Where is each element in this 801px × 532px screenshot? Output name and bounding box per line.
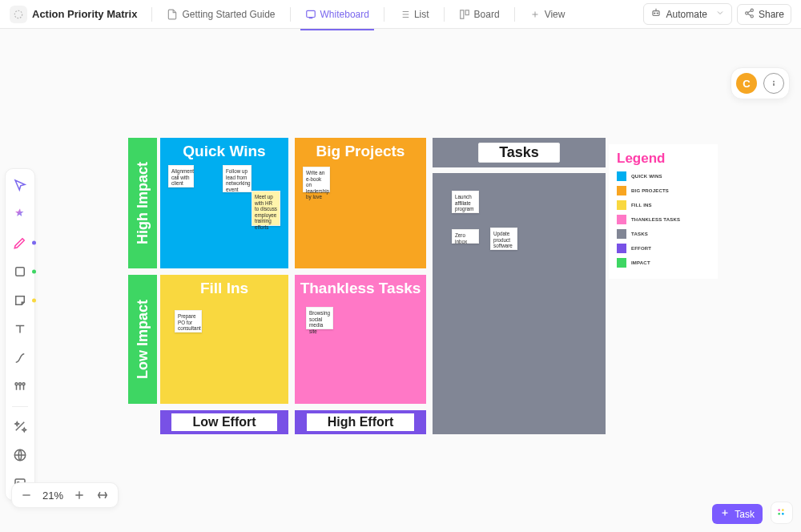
swatch bbox=[617, 200, 626, 210]
automate-label: Automate bbox=[666, 9, 707, 20]
pen-tool[interactable] bbox=[9, 232, 31, 254]
sticky-note[interactable]: Meet up with HR to discuss employee trai… bbox=[252, 191, 280, 226]
sticky-note[interactable]: Follow up lead from networking event bbox=[223, 165, 252, 192]
divider bbox=[444, 7, 445, 22]
fit-to-screen-button[interactable] bbox=[95, 488, 110, 502]
legend-item: FILL INS bbox=[617, 200, 710, 210]
nav-board[interactable]: Board bbox=[454, 6, 505, 23]
svg-point-8 bbox=[746, 11, 748, 14]
whiteboard-canvas[interactable]: C High Impact Low Impact Quick Wins Alig… bbox=[0, 29, 801, 532]
robot-icon bbox=[650, 7, 662, 21]
tasks-column[interactable]: Launch affiliate program Zero inbox Upda… bbox=[433, 173, 606, 434]
nav-list[interactable]: List bbox=[394, 6, 434, 23]
doc-icon[interactable] bbox=[10, 6, 27, 23]
svg-rect-10 bbox=[16, 268, 25, 276]
sticky-note[interactable]: Browsing social media site bbox=[306, 307, 333, 329]
svg-point-19 bbox=[782, 509, 784, 511]
swatch bbox=[617, 258, 626, 268]
svg-rect-3 bbox=[465, 10, 469, 14]
zoom-out-button[interactable] bbox=[20, 489, 33, 502]
tasks-header: Tasks bbox=[433, 138, 606, 167]
nav-label: Whiteboard bbox=[320, 9, 369, 20]
svg-point-12 bbox=[19, 383, 22, 385]
sticky-tool[interactable] bbox=[9, 289, 31, 312]
sticky-note[interactable]: Alignment call with client bbox=[168, 165, 194, 187]
tool-palette bbox=[5, 168, 35, 501]
svg-point-6 bbox=[657, 13, 658, 14]
svg-point-9 bbox=[751, 14, 753, 17]
legend-item: IMPACT bbox=[617, 258, 710, 268]
legend-item: THANKLESS TASKS bbox=[617, 215, 710, 224]
page-title: Action Priority Matrix bbox=[32, 8, 137, 20]
divider bbox=[384, 7, 384, 22]
quadrant-title: Thankless Tasks bbox=[295, 275, 426, 297]
share-button[interactable]: Share bbox=[737, 4, 791, 25]
nav-getting-started[interactable]: Getting Started Guide bbox=[162, 6, 280, 23]
impact-high-label: High Impact bbox=[135, 162, 151, 244]
zoom-percent[interactable]: 21% bbox=[42, 490, 63, 502]
board-icon bbox=[459, 9, 470, 20]
legend-item: EFFORT bbox=[617, 244, 710, 253]
nav-label: Board bbox=[474, 9, 500, 20]
svg-rect-2 bbox=[460, 10, 463, 18]
effort-low-strip: Low Effort bbox=[160, 410, 288, 434]
sticky-note[interactable]: Prepare PO for consultant bbox=[175, 310, 202, 332]
quadrant-title: Fill Ins bbox=[160, 275, 288, 297]
zoom-in-button[interactable] bbox=[73, 489, 86, 502]
svg-point-17 bbox=[774, 81, 775, 82]
impact-low-label: Low Impact bbox=[135, 300, 151, 379]
quadrant-thankless[interactable]: Thankless Tasks Browsing social media si… bbox=[295, 275, 426, 404]
divider bbox=[514, 7, 515, 22]
svg-rect-1 bbox=[306, 10, 315, 17]
whiteboard-icon bbox=[305, 9, 316, 20]
avatar[interactable]: C bbox=[736, 73, 757, 94]
nav-add-view[interactable]: View bbox=[525, 6, 570, 23]
sticky-note[interactable]: Zero inbox bbox=[452, 229, 479, 244]
effort-high-strip: High Effort bbox=[295, 410, 426, 434]
quadrant-fill-ins[interactable]: Fill Ins Prepare PO for consultant bbox=[160, 275, 288, 404]
quadrant-title: Big Projects bbox=[295, 138, 426, 160]
shape-tool[interactable] bbox=[9, 260, 31, 283]
topbar: Action Priority Matrix Getting Started G… bbox=[0, 0, 801, 29]
nav-label: View bbox=[545, 9, 566, 20]
apps-button[interactable] bbox=[771, 502, 793, 524]
svg-point-18 bbox=[778, 509, 780, 511]
svg-point-21 bbox=[782, 513, 784, 515]
sticky-note[interactable]: Launch affiliate program bbox=[452, 191, 479, 213]
text-tool[interactable] bbox=[9, 318, 31, 341]
quadrant-title: Quick Wins bbox=[160, 138, 288, 160]
ai-tool[interactable] bbox=[9, 203, 31, 225]
tool-separator bbox=[12, 406, 28, 407]
effort-low-label: Low Effort bbox=[171, 413, 276, 431]
swatch bbox=[617, 171, 626, 181]
zoom-control: 21% bbox=[11, 482, 119, 508]
plus-icon bbox=[720, 508, 730, 520]
connector-tool[interactable] bbox=[9, 347, 31, 369]
sticky-note[interactable]: Update product software bbox=[490, 228, 517, 250]
quadrant-quick-wins[interactable]: Quick Wins Alignment call with client Fo… bbox=[160, 138, 288, 268]
select-tool[interactable] bbox=[9, 174, 31, 196]
web-tool[interactable] bbox=[9, 444, 31, 466]
sticky-note[interactable]: Write an e-book on leadership by love bbox=[303, 167, 330, 192]
impact-low-strip: Low Impact bbox=[128, 275, 157, 404]
svg-point-0 bbox=[14, 10, 22, 18]
legend-item: BIG PROJECTS bbox=[617, 186, 710, 195]
share-icon bbox=[744, 8, 755, 21]
priority-matrix: High Impact Low Impact Quick Wins Alignm… bbox=[128, 138, 719, 434]
quadrant-big-projects[interactable]: Big Projects Write an e-book on leadersh… bbox=[295, 138, 426, 268]
svg-point-11 bbox=[15, 383, 18, 385]
tasks-title: Tasks bbox=[478, 143, 560, 163]
magic-tool[interactable] bbox=[9, 415, 31, 437]
swatch bbox=[617, 186, 626, 195]
divider bbox=[290, 7, 291, 22]
legend-item: TASKS bbox=[617, 229, 710, 239]
create-task-button[interactable]: Task bbox=[712, 504, 763, 524]
swatch bbox=[617, 229, 626, 239]
widgets-tool[interactable] bbox=[9, 376, 31, 398]
automate-button[interactable]: Automate bbox=[643, 3, 732, 25]
nav-whiteboard[interactable]: Whiteboard bbox=[300, 6, 374, 23]
nav-label: Getting Started Guide bbox=[182, 9, 275, 20]
help-button[interactable] bbox=[763, 73, 784, 94]
legend-title: Legend bbox=[617, 151, 710, 167]
share-label: Share bbox=[759, 9, 784, 20]
